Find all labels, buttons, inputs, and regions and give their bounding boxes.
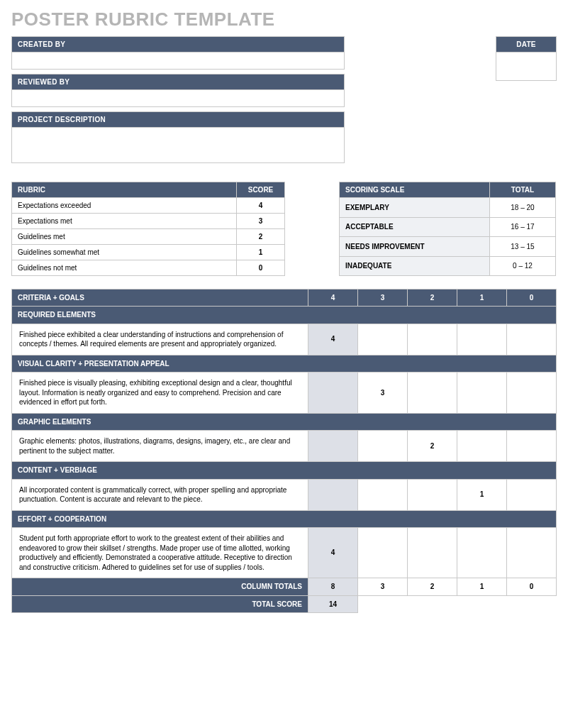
criteria-desc: Student put forth appropriate effort to …: [12, 528, 308, 578]
rubric-row-score: 1: [237, 245, 285, 260]
rubric-row-score: 3: [237, 214, 285, 229]
criteria-desc: All incorporated content is grammaticall…: [12, 479, 308, 510]
criteria-score-cell[interactable]: [308, 431, 358, 462]
criteria-table: CRITERIA + GOALS 4 3 2 1 0 REQUIRED ELEM…: [11, 289, 557, 613]
criteria-score-cell[interactable]: [308, 479, 358, 510]
rubric-table: RUBRIC SCORE Expectations exceeded4Expec…: [11, 182, 285, 276]
rubric-header: RUBRIC: [12, 182, 237, 198]
criteria-score-cell[interactable]: 4: [308, 528, 358, 578]
col-2: 2: [408, 289, 457, 307]
criteria-score-cell[interactable]: [507, 479, 557, 510]
criteria-section-title: EFFORT + COOPERATION: [12, 510, 557, 528]
rubric-score-header: SCORE: [237, 182, 285, 198]
criteria-desc: Finished piece exhibited a clear underst…: [12, 324, 308, 355]
criteria-score-cell[interactable]: [408, 324, 457, 355]
scoring-row-label: EXEMPLARY: [340, 198, 490, 218]
created-by-label: CREATED BY: [11, 36, 345, 53]
criteria-score-cell[interactable]: [408, 528, 457, 578]
criteria-score-cell[interactable]: [507, 324, 557, 355]
rubric-row-score: 4: [237, 198, 285, 214]
criteria-score-cell[interactable]: 1: [457, 479, 507, 510]
scoring-row-range: 13 – 15: [490, 237, 556, 257]
criteria-score-cell[interactable]: [457, 324, 507, 355]
total-score-label: TOTAL SCORE: [12, 595, 308, 613]
scoring-row-range: 0 – 12: [490, 256, 556, 276]
criteria-score-cell[interactable]: [358, 431, 408, 462]
rubric-row-label: Guidelines somewhat met: [12, 245, 237, 260]
rubric-row-label: Expectations exceeded: [12, 198, 237, 214]
criteria-score-cell[interactable]: [358, 324, 408, 355]
rubric-row-score: 2: [237, 229, 285, 245]
scoring-row-label: NEEDS IMPROVEMENT: [340, 237, 490, 257]
scoring-header: SCORING SCALE: [340, 182, 490, 198]
criteria-score-cell[interactable]: [408, 373, 457, 414]
project-desc-label: PROJECT DESCRIPTION: [11, 111, 345, 128]
date-label: DATE: [496, 36, 557, 53]
criteria-score-cell[interactable]: [308, 373, 358, 414]
reviewed-by-input[interactable]: [11, 90, 345, 107]
col-4: 4: [308, 289, 358, 307]
page-title: POSTER RUBRIC TEMPLATE: [11, 9, 557, 31]
criteria-score-cell[interactable]: [408, 479, 457, 510]
criteria-section-title: VISUAL CLARITY + PRESENTATION APPEAL: [12, 355, 557, 373]
criteria-score-cell[interactable]: 2: [408, 431, 457, 462]
meta-row: CREATED BY REVIEWED BY PROJECT DESCRIPTI…: [11, 36, 557, 167]
col-1: 1: [457, 289, 507, 307]
mid-row: RUBRIC SCORE Expectations exceeded4Expec…: [11, 182, 557, 276]
criteria-section-title: GRAPHIC ELEMENTS: [12, 413, 557, 431]
criteria-score-cell[interactable]: [457, 373, 507, 414]
criteria-score-cell[interactable]: [507, 431, 557, 462]
rubric-row-label: Expectations met: [12, 214, 237, 229]
criteria-desc: Graphic elements: photos, illustrations,…: [12, 431, 308, 462]
scoring-row-label: ACCEPTABLE: [340, 217, 490, 237]
criteria-header: CRITERIA + GOALS: [12, 289, 308, 307]
column-total-value: 2: [408, 578, 457, 596]
reviewed-by-label: REVIEWED BY: [11, 74, 345, 90]
date-input[interactable]: [496, 53, 557, 81]
column-total-value: 3: [358, 578, 408, 596]
rubric-row-label: Guidelines not met: [12, 260, 237, 276]
project-desc-input[interactable]: [11, 128, 345, 163]
column-total-value: 0: [507, 578, 557, 596]
column-total-value: 8: [308, 578, 358, 596]
column-totals-label: COLUMN TOTALS: [12, 578, 308, 596]
rubric-row-score: 0: [237, 260, 285, 276]
criteria-score-cell[interactable]: 3: [358, 373, 408, 414]
column-total-value: 1: [457, 578, 507, 596]
criteria-desc: Finished piece is visually pleasing, exh…: [12, 373, 308, 414]
criteria-score-cell[interactable]: [507, 528, 557, 578]
criteria-score-cell[interactable]: [457, 431, 507, 462]
criteria-section-title: CONTENT + VERBIAGE: [12, 462, 557, 480]
criteria-score-cell[interactable]: [358, 479, 408, 510]
scoring-row-label: INADEQUATE: [340, 256, 490, 276]
scoring-row-range: 18 – 20: [490, 198, 556, 218]
rubric-row-label: Guidelines met: [12, 229, 237, 245]
created-by-input[interactable]: [11, 53, 345, 70]
criteria-score-cell[interactable]: [457, 528, 507, 578]
criteria-score-cell[interactable]: [507, 373, 557, 414]
criteria-score-cell[interactable]: [358, 528, 408, 578]
total-score-value: 14: [308, 595, 358, 613]
scoring-row-range: 16 – 17: [490, 217, 556, 237]
criteria-score-cell[interactable]: 4: [308, 324, 358, 355]
scoring-total-header: TOTAL: [490, 182, 556, 198]
empty-cell: [358, 595, 557, 613]
scoring-table: SCORING SCALE TOTAL EXEMPLARY18 – 20ACCE…: [339, 182, 556, 276]
criteria-section-title: REQUIRED ELEMENTS: [12, 307, 557, 324]
col-3: 3: [358, 289, 408, 307]
col-0: 0: [507, 289, 557, 307]
